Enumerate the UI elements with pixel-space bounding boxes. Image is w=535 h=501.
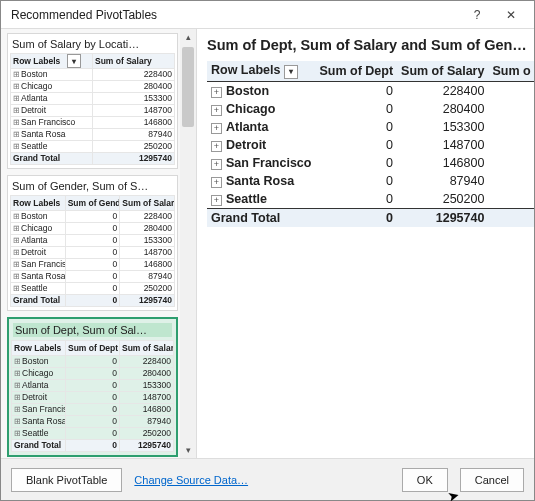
thumbnail-cell: 153300 bbox=[120, 380, 174, 392]
thumbnail-title: Sum of Gender, Sum of S… bbox=[12, 180, 173, 192]
expand-icon[interactable]: ⊞ bbox=[13, 248, 21, 257]
table-row: ⊞Chicago280400 bbox=[11, 81, 175, 93]
expand-icon[interactable]: ⊞ bbox=[13, 130, 21, 139]
expand-icon[interactable]: ⊞ bbox=[14, 405, 22, 414]
thumbnail-cell: 228400 bbox=[120, 356, 174, 368]
preview-cell: 146800 bbox=[397, 154, 488, 172]
dropdown-icon[interactable]: ▾ bbox=[67, 54, 81, 68]
expand-icon[interactable]: ⊞ bbox=[14, 381, 22, 390]
preview-cell: 0 bbox=[315, 172, 397, 190]
scroll-up-arrow-icon[interactable]: ▴ bbox=[180, 29, 196, 45]
expand-icon[interactable]: ⊞ bbox=[13, 212, 21, 221]
thumbnail-cell: ⊞Santa Rosa bbox=[11, 129, 93, 141]
thumbnail-cell: 0 bbox=[65, 283, 120, 295]
preview-title: Sum of Dept, Sum of Salary and Sum of Ge… bbox=[207, 37, 528, 53]
thumbnail-cell: 1295740 bbox=[93, 153, 175, 165]
preview-cell: +Chicago bbox=[207, 100, 315, 118]
expand-icon[interactable]: ⊞ bbox=[13, 142, 21, 151]
preview-cell: +Boston bbox=[207, 81, 315, 100]
expand-icon[interactable]: ⊞ bbox=[14, 357, 22, 366]
table-row: ⊞Santa Rosa087940 bbox=[11, 271, 175, 283]
expand-icon[interactable]: ⊞ bbox=[13, 284, 21, 293]
thumbnail-cell: 0 bbox=[66, 356, 120, 368]
thumbnail-header: Row Labels ▾ bbox=[11, 54, 93, 69]
preview-cell: +San Francisco bbox=[207, 154, 315, 172]
table-row: ⊞Detroit148700 bbox=[11, 105, 175, 117]
table-row: ⊞Seattle250200 bbox=[11, 141, 175, 153]
thumbnail-cell: 146800 bbox=[120, 404, 174, 416]
expand-icon[interactable]: ⊞ bbox=[13, 224, 21, 233]
expand-icon[interactable]: ⊞ bbox=[13, 236, 21, 245]
expand-icon[interactable]: ⊞ bbox=[14, 393, 22, 402]
table-row: ⊞Detroit0148700 bbox=[12, 392, 174, 404]
scroll-down-arrow-icon[interactable]: ▾ bbox=[180, 442, 196, 458]
thumbnail-cell: 153300 bbox=[120, 235, 175, 247]
thumbnail-cell: ⊞San Francisco bbox=[12, 404, 66, 416]
table-row: ⊞Detroit0148700 bbox=[11, 247, 175, 259]
preview-cell: 87940 bbox=[397, 172, 488, 190]
titlebar: Recommended PivotTables ? ✕ bbox=[1, 1, 534, 29]
pivot-thumbnail[interactable]: Sum of Salary by Locati…Row Labels ▾Sum … bbox=[7, 33, 178, 169]
thumbnail-cell: 148700 bbox=[120, 247, 175, 259]
thumbnail-cell: Grand Total bbox=[11, 295, 66, 307]
preview-header: Sum o bbox=[488, 61, 534, 81]
expand-icon[interactable]: ⊞ bbox=[14, 429, 22, 438]
ok-button[interactable]: OK bbox=[402, 468, 448, 492]
thumbnail-cell: ⊞Detroit bbox=[12, 392, 66, 404]
dialog-footer: Blank PivotTable Change Source Data… OK … bbox=[1, 458, 534, 500]
thumbnail-title: Sum of Salary by Locati… bbox=[12, 38, 173, 50]
preview-header: Sum of Dept bbox=[315, 61, 397, 81]
preview-table: Row Labels▾Sum of DeptSum of SalarySum o… bbox=[207, 61, 534, 227]
thumbnail-cell: ⊞Santa Rosa bbox=[12, 416, 66, 428]
thumbnail-cell: 153300 bbox=[93, 93, 175, 105]
help-button[interactable]: ? bbox=[460, 4, 494, 26]
thumbnails-scrollbar[interactable]: ▴ ▾ bbox=[180, 29, 196, 458]
dropdown-icon[interactable]: ▾ bbox=[284, 65, 298, 79]
scroll-thumb[interactable] bbox=[182, 47, 194, 127]
expand-icon[interactable]: ⊞ bbox=[13, 82, 21, 91]
preview-cell: 153300 bbox=[397, 118, 488, 136]
expand-icon[interactable]: ⊞ bbox=[14, 417, 22, 426]
thumbnail-cell: 280400 bbox=[120, 368, 174, 380]
expand-icon[interactable]: ⊞ bbox=[13, 260, 21, 269]
preview-header: Sum of Salary bbox=[397, 61, 488, 81]
grand-total-row: Grand Total01295740 bbox=[12, 440, 174, 452]
preview-header: Row Labels▾ bbox=[207, 61, 315, 81]
expand-icon[interactable]: + bbox=[211, 195, 222, 206]
expand-icon[interactable]: ⊞ bbox=[13, 106, 21, 115]
dialog-content: Sum of Salary by Locati…Row Labels ▾Sum … bbox=[1, 29, 534, 458]
expand-icon[interactable]: ⊞ bbox=[13, 272, 21, 281]
cancel-button[interactable]: Cancel bbox=[460, 468, 524, 492]
expand-icon[interactable]: + bbox=[211, 87, 222, 98]
table-row: ⊞Chicago0280400 bbox=[11, 223, 175, 235]
pivot-thumbnail[interactable]: Sum of Gender, Sum of S…Row Labels ▾Sum … bbox=[7, 175, 178, 311]
thumbnail-cell: 0 bbox=[65, 259, 120, 271]
grand-total-row: Grand Total01295740 bbox=[11, 295, 175, 307]
expand-icon[interactable]: ⊞ bbox=[14, 369, 22, 378]
thumbnail-cell: 280400 bbox=[93, 81, 175, 93]
table-row: ⊞Atlanta153300 bbox=[11, 93, 175, 105]
close-button[interactable]: ✕ bbox=[494, 4, 528, 26]
thumbnail-cell: ⊞Seattle bbox=[11, 283, 66, 295]
expand-icon[interactable]: ⊞ bbox=[13, 94, 21, 103]
preview-cell: 0 bbox=[315, 190, 397, 209]
thumbnail-cell: 87940 bbox=[120, 416, 174, 428]
expand-icon[interactable]: ⊞ bbox=[13, 118, 21, 127]
preview-cell: 0 bbox=[315, 208, 397, 227]
table-row: ⊞Atlanta0153300 bbox=[11, 235, 175, 247]
thumbnail-cell: ⊞Boston bbox=[11, 211, 66, 223]
thumbnail-header: Row Labels ▾ bbox=[12, 341, 66, 356]
table-row: ⊞San Francisco0146800 bbox=[11, 259, 175, 271]
table-row: ⊞Santa Rosa87940 bbox=[11, 129, 175, 141]
blank-pivottable-button[interactable]: Blank PivotTable bbox=[11, 468, 122, 492]
thumbnail-cell: ⊞San Francisco bbox=[11, 117, 93, 129]
expand-icon[interactable]: + bbox=[211, 159, 222, 170]
preview-cell: 1295740 bbox=[397, 208, 488, 227]
expand-icon[interactable]: + bbox=[211, 141, 222, 152]
pivot-thumbnail[interactable]: Sum of Dept, Sum of Sal…Row Labels ▾Sum … bbox=[7, 317, 178, 457]
expand-icon[interactable]: + bbox=[211, 105, 222, 116]
expand-icon[interactable]: ⊞ bbox=[13, 70, 21, 79]
change-source-data-link[interactable]: Change Source Data… bbox=[134, 474, 248, 486]
expand-icon[interactable]: + bbox=[211, 177, 222, 188]
expand-icon[interactable]: + bbox=[211, 123, 222, 134]
